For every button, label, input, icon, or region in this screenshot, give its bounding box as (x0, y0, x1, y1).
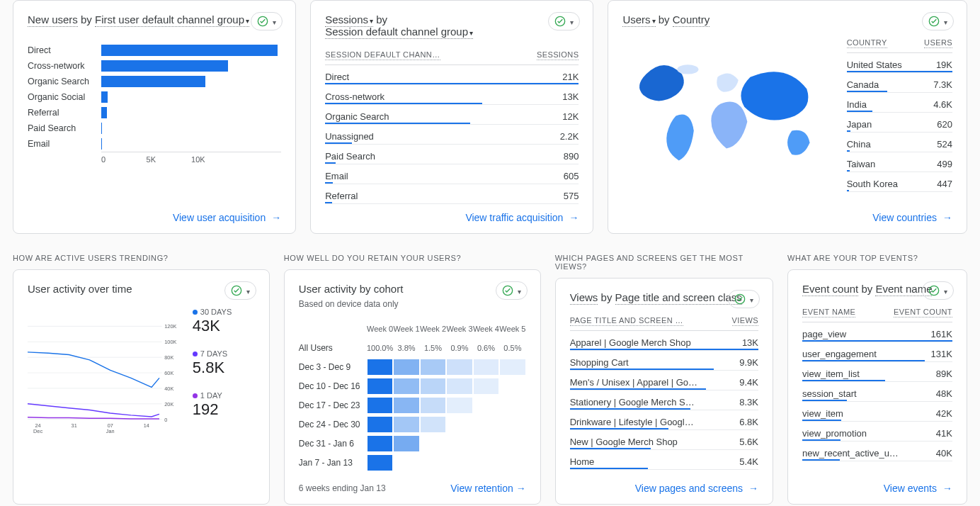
row-label: view_promotion (802, 428, 867, 439)
bar-row: Direct (28, 43, 281, 58)
row-value: 605 (564, 171, 579, 181)
bar-row: Cross-network (28, 58, 281, 74)
table-row[interactable]: India 4.6K (847, 93, 952, 113)
table-row[interactable]: New | Google Merch Shop 5.6K (570, 430, 758, 450)
table-row[interactable]: Japan 620 (847, 113, 952, 133)
card-status-menu[interactable] (251, 12, 283, 30)
section-title: WHICH PAGES AND SCREENS GET THE MOST VIE… (555, 254, 773, 271)
table-row[interactable]: Email 605 (325, 164, 579, 184)
card-events: Event count by Event name EVENT NAMEEVEN… (787, 269, 967, 505)
row-label: New | Google Merch Shop (570, 437, 678, 447)
table-header: PAGE TITLE AND SCREEN …VIEWS (570, 312, 758, 331)
table-row[interactable]: view_item_list 89K (802, 362, 952, 382)
table-row[interactable]: Organic Search 12K (325, 105, 579, 125)
row-value: 161K (931, 329, 952, 339)
section-title: HOW ARE ACTIVE USERS TRENDING? (13, 254, 270, 262)
table-row[interactable]: Shopping Cart 9.9K (570, 351, 758, 371)
bar-row: Paid Search (28, 120, 281, 136)
svg-text:0: 0 (164, 417, 167, 423)
table-row[interactable]: United States 19K (847, 53, 952, 73)
cohort-row: Dec 10 - Dec 16 (299, 376, 526, 395)
svg-text:40K: 40K (164, 386, 173, 392)
row-label: United States (847, 60, 902, 70)
chevron-down-icon (750, 294, 753, 305)
card-title[interactable]: Sessions by Session default channel grou… (325, 13, 579, 38)
card-status-menu[interactable] (224, 281, 256, 300)
table-header: COUNTRYUSERS (847, 34, 952, 53)
table-row[interactable]: Taiwan 499 (847, 152, 952, 172)
table-row[interactable]: Referral 575 (325, 184, 579, 204)
table-row[interactable]: Unassigned 2.2K (325, 125, 579, 145)
table-row[interactable]: page_view 161K (802, 322, 952, 342)
card-new-users: New users by First user default channel … (13, 0, 296, 234)
legend-item: 1 DAY192 (193, 390, 255, 419)
table-row[interactable]: user_engagement 131K (802, 342, 952, 362)
row-value: 89K (936, 369, 952, 379)
bar-row: Organic Search (28, 74, 281, 89)
svg-text:Dec: Dec (33, 428, 42, 434)
row-label: Cross-network (325, 91, 384, 102)
card-status-menu[interactable] (922, 281, 954, 300)
row-value: 9.9K (739, 357, 758, 368)
check-circle-icon (502, 285, 513, 296)
arrow-right-icon (569, 212, 579, 223)
arrow-right-icon (942, 212, 952, 223)
row-label: session_start (802, 388, 857, 399)
row-value: 8.3K (739, 397, 758, 407)
row-label: Canada (847, 79, 879, 90)
row-value: 2.2K (560, 131, 579, 142)
svg-text:Jan: Jan (106, 428, 115, 434)
view-user-acquisition-link[interactable]: View user acquisition (173, 212, 266, 223)
table-row[interactable]: Drinkware | Lifestyle | Googl… 6.8K (570, 410, 758, 430)
card-status-menu[interactable] (496, 281, 528, 300)
svg-text:31: 31 (72, 422, 77, 429)
row-label: Direct (325, 72, 349, 82)
table-row[interactable]: Apparel | Google Merch Shop 13K (570, 331, 758, 351)
row-value: 4.6K (933, 99, 952, 110)
row-value: 524 (937, 139, 952, 150)
view-pages-link[interactable]: View pages and screens (635, 483, 743, 494)
section-title: HOW WELL DO YOU RETAIN YOUR USERS? (284, 254, 541, 262)
table-row[interactable]: new_recent_active_u… 40K (802, 442, 952, 461)
row-label: view_item_list (802, 369, 860, 379)
world-map (622, 35, 836, 184)
row-value: 41K (936, 428, 952, 439)
chevron-down-icon (944, 16, 947, 27)
chevron-down-icon (246, 286, 250, 296)
row-value: 21K (562, 72, 579, 82)
table-row[interactable]: Home 5.4K (570, 450, 758, 470)
row-label: Shopping Cart (570, 357, 629, 368)
card-status-menu[interactable] (922, 12, 954, 30)
card-status-menu[interactable] (548, 12, 580, 30)
table-row[interactable]: Cross-network 13K (325, 85, 579, 105)
bar-row: Organic Social (28, 89, 281, 105)
view-retention-link[interactable]: View retention (450, 483, 513, 494)
table-row[interactable]: Canada 7.3K (847, 73, 952, 93)
table-row[interactable]: China 524 (847, 133, 952, 152)
row-label: Unassigned (325, 131, 374, 142)
card-title[interactable]: Users by Country (622, 13, 952, 26)
view-traffic-acquisition-link[interactable]: View traffic acquisition (465, 212, 563, 223)
table-row[interactable]: session_start 48K (802, 382, 952, 402)
row-label: India (847, 99, 867, 110)
row-label: Japan (847, 119, 872, 130)
table-row[interactable]: Stationery | Google Merch S… 8.3K (570, 390, 758, 410)
table-row[interactable]: Paid Search 890 (325, 145, 579, 164)
svg-text:100K: 100K (164, 339, 176, 345)
card-pages: Views by Page title and screen class PAG… (555, 278, 773, 505)
view-countries-link[interactable]: View countries (872, 212, 937, 223)
table-row[interactable]: South Korea 447 (847, 172, 952, 192)
table-row[interactable]: view_item 42K (802, 402, 952, 422)
card-title[interactable]: New users by First user default channel … (28, 13, 281, 26)
card-status-menu[interactable] (728, 290, 760, 308)
row-label: Men's / Unisex | Apparel | Go… (570, 377, 697, 388)
table-row[interactable]: Direct 21K (325, 65, 579, 85)
row-value: 5.6K (739, 437, 758, 447)
view-events-link[interactable]: View events (884, 483, 937, 494)
row-value: 7.3K (933, 79, 952, 90)
row-value: 19K (936, 60, 952, 70)
table-row[interactable]: Men's / Unisex | Apparel | Go… 9.4K (570, 371, 758, 390)
row-label: Drinkware | Lifestyle | Googl… (570, 417, 694, 427)
row-label: China (847, 139, 871, 150)
table-row[interactable]: view_promotion 41K (802, 422, 952, 442)
